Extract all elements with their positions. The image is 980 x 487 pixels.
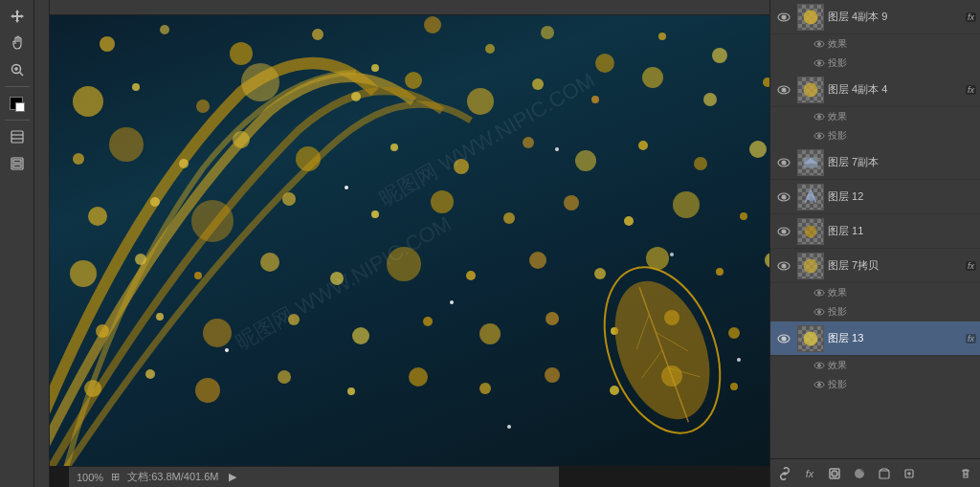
zoom-icon[interactable]: ⊞ — [111, 471, 120, 483]
svg-point-89 — [610, 386, 619, 395]
svg-point-25 — [196, 100, 210, 113]
layer-item-7copy[interactable]: 图层 7副本 — [770, 145, 980, 180]
new-layer-button[interactable] — [899, 463, 920, 484]
layer-name-copy9: 图层 4副本 9 — [828, 10, 966, 24]
layer-item-7kao[interactable]: 图层 7拷贝 fx — [770, 249, 980, 283]
layer-fx-copy9: fx — [966, 12, 976, 22]
foreground-color[interactable] — [5, 91, 30, 116]
layer-eye-copy9[interactable] — [774, 8, 793, 27]
svg-point-64 — [466, 271, 476, 280]
svg-point-47 — [88, 207, 107, 226]
left-toolbar — [0, 0, 34, 487]
svg-point-117 — [782, 88, 786, 92]
svg-point-74 — [352, 327, 369, 344]
arrow-icon[interactable]: ▶ — [229, 471, 236, 483]
layer-item-13[interactable]: 图层 13 fx — [770, 321, 980, 356]
layer-eye-copy4[interactable] — [774, 80, 793, 100]
new-group-button[interactable] — [874, 463, 895, 484]
svg-point-59 — [135, 254, 146, 265]
svg-text:昵图网 WWW.NIPIC.COM: 昵图网 WWW.NIPIC.COM — [232, 211, 456, 354]
svg-point-127 — [782, 195, 786, 199]
zoom-tool[interactable] — [5, 57, 30, 82]
svg-point-19 — [595, 54, 614, 73]
layer-eye-11[interactable] — [774, 222, 793, 241]
svg-point-133 — [782, 264, 786, 268]
layer-fx-7kao: fx — [966, 261, 976, 271]
add-mask-button[interactable] — [824, 463, 845, 484]
svg-point-29 — [467, 88, 494, 115]
svg-point-68 — [716, 268, 724, 276]
layer-item-copy9[interactable]: 图层 4副本 9 fx — [770, 0, 980, 34]
layer-item-copy4[interactable]: 图层 4副本 4 fx — [770, 73, 980, 107]
svg-point-145 — [818, 384, 821, 387]
layer-item-12[interactable]: 图层 12 — [770, 180, 980, 214]
layer-thumb-7kao — [797, 253, 824, 279]
svg-point-34 — [763, 77, 769, 87]
svg-point-71 — [156, 313, 164, 321]
svg-point-26 — [241, 63, 279, 101]
svg-point-94 — [450, 300, 454, 304]
layer-item-11[interactable]: 图层 11 — [770, 214, 980, 249]
layer-thumb-11 — [797, 218, 824, 245]
svg-point-70 — [96, 324, 109, 338]
add-adjustment-button[interactable] — [849, 463, 870, 484]
svg-point-24 — [132, 83, 140, 91]
canvas-art: 昵图网 WWW.NIPIC.COM 昵图网 WWW.NIPIC.COM — [50, 15, 769, 466]
app-window: /* ruler marks */ — [0, 0, 980, 487]
move-tool[interactable] — [5, 4, 30, 29]
svg-point-37 — [179, 159, 189, 168]
svg-point-141 — [804, 331, 818, 345]
svg-point-45 — [694, 157, 707, 170]
layer-eye-13[interactable] — [774, 329, 793, 348]
layer-eye-12[interactable] — [774, 188, 793, 207]
status-bar: 100% ⊞ 文档:63.8M/401.6M ▶ — [69, 466, 559, 487]
svg-point-61 — [260, 253, 279, 272]
layer-name-copy4: 图层 4副本 4 — [828, 82, 966, 97]
svg-point-75 — [423, 317, 433, 326]
layer-eye-7kao[interactable] — [774, 256, 793, 276]
layer-fx-13: fx — [966, 334, 976, 343]
svg-point-12 — [160, 25, 169, 34]
svg-point-56 — [673, 191, 700, 218]
svg-point-140 — [782, 337, 786, 341]
svg-point-35 — [73, 153, 84, 165]
delete-layer-button[interactable] — [955, 463, 976, 484]
layer-thumb-13 — [797, 325, 824, 352]
svg-point-11 — [100, 36, 115, 52]
svg-rect-149 — [880, 471, 889, 478]
layers-bottom-bar: fx — [770, 458, 980, 487]
svg-point-33 — [703, 93, 717, 106]
svg-point-77 — [546, 312, 559, 325]
svg-point-21 — [712, 48, 727, 63]
layer-effect-row-7kao: 效果 — [770, 283, 980, 302]
zoom-level: 100% — [77, 472, 103, 483]
layer-eye-7copy[interactable] — [774, 153, 793, 172]
layer-effect-row-copy9: 效果 — [770, 34, 980, 54]
hand-tool[interactable] — [5, 31, 30, 55]
svg-line-1 — [19, 73, 23, 77]
svg-point-91 — [730, 383, 738, 390]
svg-point-120 — [818, 116, 821, 119]
layer-name-13: 图层 13 — [828, 331, 966, 345]
svg-point-53 — [503, 212, 515, 224]
canvas-viewport: 昵图网 WWW.NIPIC.COM 昵图网 WWW.NIPIC.COM — [50, 15, 769, 466]
svg-rect-9 — [13, 165, 21, 167]
link-layers-button[interactable] — [774, 463, 795, 484]
layer-name-7kao: 图层 7拷贝 — [828, 258, 966, 273]
svg-point-122 — [818, 135, 821, 138]
layer-group-7kao: 图层 7拷贝 fx 效果 投影 — [770, 249, 980, 321]
layer-comp-tool[interactable] — [5, 124, 30, 149]
svg-point-81 — [84, 380, 101, 397]
add-fx-button[interactable]: fx — [799, 463, 820, 484]
svg-point-18 — [541, 26, 554, 39]
svg-point-143 — [818, 365, 821, 367]
svg-point-50 — [282, 192, 296, 206]
svg-point-128 — [807, 193, 813, 200]
svg-point-48 — [150, 197, 160, 207]
panel-tool[interactable] — [5, 151, 30, 176]
svg-point-92 — [345, 186, 348, 189]
layers-list: 图层 4副本 9 fx 效果 投影 — [770, 0, 980, 458]
svg-point-30 — [532, 78, 544, 90]
svg-point-115 — [818, 62, 821, 65]
svg-point-84 — [278, 370, 291, 384]
